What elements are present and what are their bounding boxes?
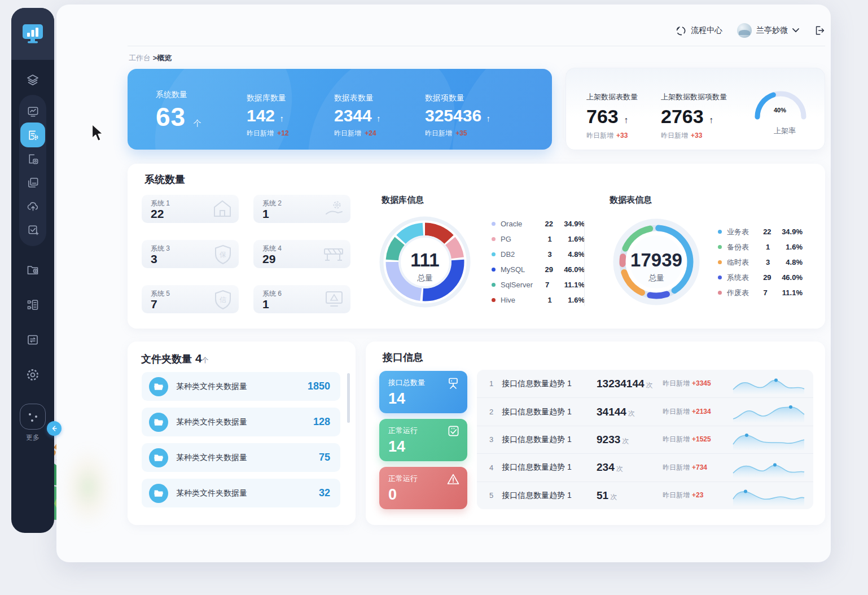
breadcrumb[interactable]: 工作台 >概览 xyxy=(129,53,172,63)
sidebar-item-exchange[interactable] xyxy=(20,329,45,351)
donut-total: 17939 xyxy=(606,250,707,271)
delta-label: 昨日新增 xyxy=(661,132,688,139)
sidebar-collapse-button[interactable] xyxy=(47,421,62,436)
sidebar-item-data-config[interactable] xyxy=(20,147,45,170)
stat-unit: 个 xyxy=(194,119,202,128)
system-tile-6[interactable]: 系统 6 1 xyxy=(253,285,350,313)
up-arrow-icon: ↑ xyxy=(279,113,284,123)
sidebar-item-layers[interactable] xyxy=(20,69,45,91)
active-item-highlight xyxy=(20,123,45,147)
row-value: 9233 xyxy=(597,434,620,445)
legend-percent: 11.1% xyxy=(564,281,585,289)
interfaces-section: 接口信息 接口总数量 14 正常运行 14 正常运行 0 xyxy=(366,342,825,525)
sidebar-item-data-overview-active[interactable] xyxy=(20,124,45,146)
stat-published-tables: 上架数据表数量 763 ↑ 昨日新增+33 xyxy=(586,68,638,141)
checkbox-icon xyxy=(447,425,460,438)
system-tile-3[interactable]: 系统 3 3 保 xyxy=(142,240,239,268)
delta-label: 昨日新增 xyxy=(663,463,690,471)
stat-label: 数据项数量 xyxy=(425,93,490,103)
interface-error-card[interactable]: 正常运行 0 xyxy=(379,467,467,509)
user-menu[interactable]: 兰亭妙微 xyxy=(737,23,799,38)
donut-center: 111 总量 xyxy=(374,250,476,283)
table-row[interactable]: 2 接口信息数量趋势 1 34144次 昨日新增+2134 xyxy=(477,397,813,425)
scrollbar[interactable] xyxy=(347,373,350,423)
legend-row: Oracle2234.9% xyxy=(492,216,585,231)
stat-label: 数据库数量 xyxy=(247,93,288,103)
row-value: 13234144 xyxy=(597,378,645,390)
more-label: 更多 xyxy=(26,433,40,443)
stat-items: 数据项数量 325436 ↑ 昨日新增+35 xyxy=(425,69,490,150)
table-row[interactable]: 3 接口信息数量趋势 1 9233次 昨日新增+1525 xyxy=(477,426,813,453)
sidebar-more[interactable]: 更多 xyxy=(11,404,54,443)
delta-value: +12 xyxy=(277,129,288,137)
breadcrumb-root[interactable]: 工作台 xyxy=(129,54,153,62)
system-tile-5[interactable]: 系统 5 7 信 xyxy=(142,285,239,313)
process-center-button[interactable]: 流程中心 xyxy=(676,25,722,36)
logo-monitor-chart-icon xyxy=(21,23,45,45)
sidebar-item-pages[interactable] xyxy=(20,171,45,194)
trend-sparkline xyxy=(732,374,805,394)
breadcrumb-current: 概览 xyxy=(157,54,172,62)
doc-gear-icon xyxy=(27,129,40,142)
system-tile-1[interactable]: 系统 1 22 xyxy=(142,195,239,223)
topbar: 流程中心 兰亭妙微 xyxy=(128,19,825,42)
row-index: 2 xyxy=(489,408,502,416)
stat-value: 142 xyxy=(247,106,275,125)
avatar xyxy=(737,23,752,38)
folder-row[interactable]: 某种类文件夹数据量 128 xyxy=(142,408,340,436)
doc-settings-icon xyxy=(27,152,40,165)
legend-dot xyxy=(718,230,722,234)
sidebar-item-catalog[interactable] xyxy=(20,294,45,316)
tile-value: 1 xyxy=(262,207,269,221)
app-logo[interactable] xyxy=(11,8,54,60)
section-title: 文件夹数量4个 xyxy=(141,352,209,366)
row-unit: 次 xyxy=(646,381,653,389)
folder-row[interactable]: 某种类文件夹数据量 1850 xyxy=(142,372,340,401)
legend-name: Oracle xyxy=(501,220,545,228)
sidebar-item-settings[interactable] xyxy=(20,364,45,386)
interface-running-card[interactable]: 正常运行 14 xyxy=(379,419,467,461)
gauge-value: 40 xyxy=(774,107,781,113)
sidebar-item-cloud[interactable] xyxy=(20,195,45,217)
folders-section: 文件夹数量4个 某种类文件夹数据量 1850 某种类文件夹数据量 128 某种类… xyxy=(128,342,356,525)
donut-total: 111 xyxy=(374,250,476,271)
stat-label: 数据表数量 xyxy=(334,93,381,103)
legend-name: DB2 xyxy=(501,250,548,259)
folder-row[interactable]: 某种类文件夹数据量 75 xyxy=(142,443,340,472)
donut-total-label: 总量 xyxy=(606,273,707,283)
table-row[interactable]: 1 接口信息数量趋势 1 13234144次 昨日新增+3345 xyxy=(477,370,813,397)
system-tile-4[interactable]: 系统 4 29 xyxy=(253,240,350,268)
up-arrow-icon: ↑ xyxy=(376,113,381,123)
row-value: 234 xyxy=(597,461,615,473)
table-row[interactable]: 4 接口信息数量趋势 1 234次 昨日新增+734 xyxy=(477,453,813,481)
delta-label: 昨日新增 xyxy=(586,132,613,139)
sidebar-item-dashboard[interactable] xyxy=(20,100,45,123)
tile-value: 3 xyxy=(151,252,157,266)
cloud-upload-icon xyxy=(27,200,40,213)
logout-button[interactable] xyxy=(814,25,825,36)
table-row[interactable]: 5 接口信息数量趋势 1 51次 昨日新增+23 xyxy=(477,482,813,509)
interface-total-card[interactable]: 接口总数量 14 xyxy=(379,371,467,413)
folder-row[interactable]: 某种类文件夹数据量 32 xyxy=(142,479,340,508)
sidebar-item-tasks[interactable] xyxy=(20,218,45,241)
projector-icon xyxy=(446,377,460,390)
stat-value: 2344 xyxy=(334,106,372,125)
legend-percent: 4.8% xyxy=(786,258,803,266)
legend-name: 作废表 xyxy=(727,288,764,298)
delta-label: 昨日新增 xyxy=(663,435,690,443)
barrier-icon xyxy=(322,244,345,264)
system-tile-2[interactable]: 系统 2 1 xyxy=(253,195,350,223)
row-label: 接口信息数量趋势 1 xyxy=(502,407,597,417)
interface-trend-table: 1 接口信息数量趋势 1 13234144次 昨日新增+3345 2 接口信息数… xyxy=(477,370,813,509)
legend-value: 3 xyxy=(766,258,786,266)
legend-row: DB234.8% xyxy=(492,247,585,262)
system-tiles: 系统 1 22 系统 2 1 系统 3 3 xyxy=(142,195,352,313)
legend-row: 备份表11.6% xyxy=(718,239,803,255)
folders-count-unit: 个 xyxy=(202,356,209,364)
trend-sparkline xyxy=(732,485,805,506)
monitor-alert-icon xyxy=(323,289,345,309)
sidebar-item-folder-add[interactable] xyxy=(20,259,45,281)
publish-rate-gauge: 40% 上架率 xyxy=(752,88,817,136)
logout-icon xyxy=(814,25,825,36)
folder-icon xyxy=(149,484,168,503)
